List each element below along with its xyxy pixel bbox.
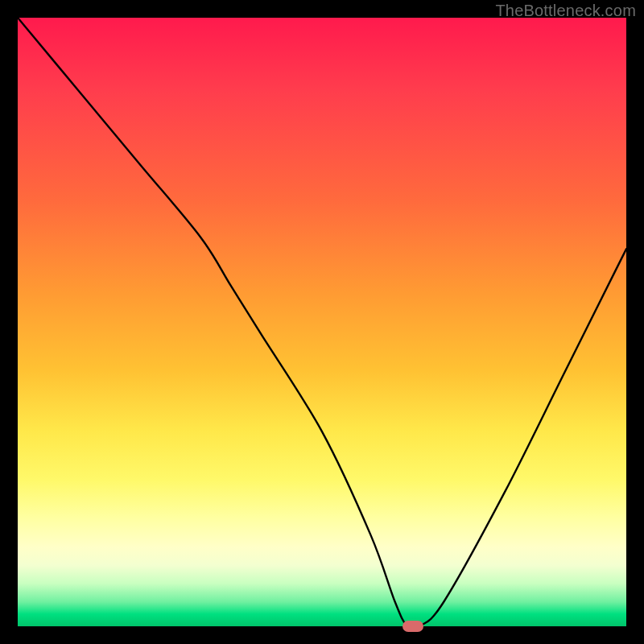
- watermark-text: TheBottleneck.com: [495, 2, 636, 20]
- chart-frame: TheBottleneck.com: [0, 0, 644, 644]
- bottleneck-curve: [18, 18, 626, 626]
- plot-area: [18, 18, 626, 626]
- optimum-marker: [402, 621, 423, 632]
